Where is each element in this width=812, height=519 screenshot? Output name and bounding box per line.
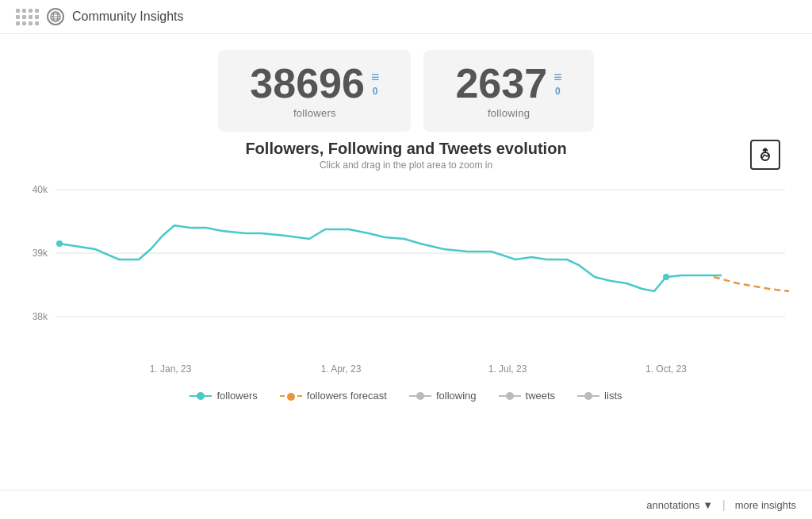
svg-text:1. Jul, 23: 1. Jul, 23 xyxy=(488,363,527,375)
footer-separator: | xyxy=(722,498,726,511)
followers-number: 38696 xyxy=(250,63,365,104)
svg-text:40k: 40k xyxy=(33,184,48,195)
legend-following-label: following xyxy=(436,390,477,402)
legend-item-followers[interactable]: followers xyxy=(190,390,257,402)
following-badge: ≡ 0 xyxy=(553,70,562,97)
svg-text:38k: 38k xyxy=(33,311,48,322)
svg-text:1. Jan, 23: 1. Jan, 23 xyxy=(150,363,192,375)
page-title: Community Insights xyxy=(72,10,184,24)
annotations-button[interactable]: annotations ▼ xyxy=(646,499,713,511)
following-card: 2637 ≡ 0 following xyxy=(423,50,593,132)
chart-legend: followers followers forecast following t… xyxy=(0,380,812,408)
svg-text:1. Oct, 23: 1. Oct, 23 xyxy=(645,363,687,375)
legend-item-lists[interactable]: lists xyxy=(577,390,622,402)
legend-followers-label: followers xyxy=(216,390,257,402)
legend-item-followers-forecast[interactable]: followers forecast xyxy=(280,390,387,402)
followers-badge-icon: ≡ xyxy=(371,70,380,84)
following-number: 2637 xyxy=(455,63,547,104)
following-badge-num: 0 xyxy=(555,86,561,97)
followers-card: 38696 ≡ 0 followers xyxy=(218,50,411,132)
legend-item-following[interactable]: following xyxy=(409,390,477,402)
legend-item-tweets[interactable]: tweets xyxy=(499,390,556,402)
chart-expand-button[interactable] xyxy=(750,140,780,170)
chart-area[interactable]: 40k 39k 38k 1. Jan, 23 1. Apr, 23 1. Jul… xyxy=(16,174,796,380)
following-label: following xyxy=(488,107,530,119)
legend-tweets-label: tweets xyxy=(526,390,556,402)
followers-badge-num: 0 xyxy=(373,86,378,97)
legend-lists-label: lists xyxy=(604,390,622,402)
more-insights-button[interactable]: more insights xyxy=(735,499,796,511)
globe-icon xyxy=(47,8,64,25)
followers-label: followers xyxy=(293,107,336,119)
svg-text:1. Apr, 23: 1. Apr, 23 xyxy=(321,363,362,375)
followers-badge: ≡ 0 xyxy=(371,70,380,97)
svg-point-20 xyxy=(663,274,669,280)
following-badge-icon: ≡ xyxy=(553,70,562,84)
svg-point-5 xyxy=(761,152,769,160)
stats-row: 38696 ≡ 0 followers 2637 ≡ 0 following xyxy=(0,34,812,140)
footer: annotations ▼ | more insights xyxy=(0,490,812,519)
svg-point-19 xyxy=(56,240,63,247)
chart-container: Followers, Following and Tweets evolutio… xyxy=(0,140,812,380)
svg-text:39k: 39k xyxy=(33,248,48,259)
chart-title-area: Followers, Following and Tweets evolutio… xyxy=(16,140,796,158)
header: Community Insights xyxy=(0,0,812,34)
drag-handle[interactable] xyxy=(16,9,39,25)
chart-subtitle: Click and drag in the plot area to zoom … xyxy=(16,160,796,171)
chart-title: Followers, Following and Tweets evolutio… xyxy=(245,140,566,158)
legend-followers-forecast-label: followers forecast xyxy=(307,390,387,402)
